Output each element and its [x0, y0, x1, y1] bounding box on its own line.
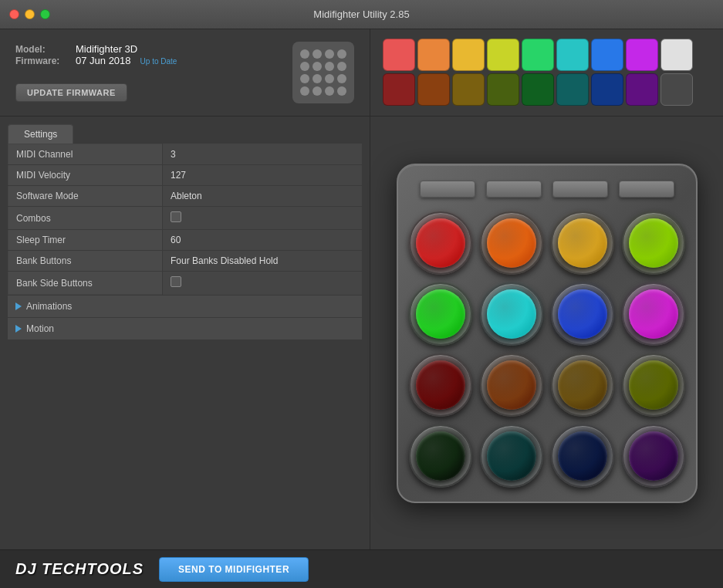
settings-value: Four Banks Disabled Hold: [163, 251, 362, 272]
thumb-dot: [300, 74, 309, 83]
palette-section: [370, 29, 723, 116]
orange-button-inner: [487, 218, 536, 268]
expandable-row-animations[interactable]: Animations: [8, 295, 362, 317]
palette-swatch-magenta[interactable]: [626, 39, 658, 71]
thumb-dot: [313, 62, 322, 71]
thumb-dot: [337, 62, 346, 71]
palette-swatch-yellow-green[interactable]: [487, 39, 519, 71]
firmware-date: 07 Jun 2018: [76, 55, 131, 66]
maximize-button[interactable]: [40, 9, 50, 19]
dark-teal-button[interactable]: [480, 424, 543, 488]
dark-brown-button[interactable]: [480, 353, 543, 417]
cyan-button[interactable]: [480, 282, 543, 346]
dark-gold-button-inner: [558, 360, 607, 410]
thumb-dot: [325, 86, 334, 96]
top-button-4[interactable]: [619, 181, 674, 198]
settings-label: Software Mode: [8, 186, 163, 207]
settings-value: 3: [163, 144, 362, 165]
palette-swatch-white[interactable]: [660, 39, 693, 71]
settings-table: MIDI Channel3MIDI Velocity127Software Mo…: [8, 144, 362, 295]
palette-swatch-dark-yellow-green[interactable]: [487, 73, 519, 106]
green-button[interactable]: [409, 282, 472, 346]
purple-button-inner: [629, 289, 678, 339]
send-to-midifighter-button[interactable]: SEND TO MIDIFIGHTER: [159, 557, 309, 582]
expandable-row-motion[interactable]: Motion: [8, 317, 362, 340]
close-button[interactable]: [9, 9, 19, 19]
palette-swatch-dark-blue[interactable]: [591, 73, 623, 106]
dark-green-button-inner: [416, 431, 465, 481]
footer: DJ TECHTOOLS SEND TO MIDIFIGHTER: [0, 549, 723, 588]
thumb-dot: [325, 62, 334, 71]
settings-value: [163, 207, 362, 230]
dark-gold-button[interactable]: [551, 353, 614, 417]
palette-swatch-dark-yellow[interactable]: [452, 73, 485, 106]
minimize-button[interactable]: [25, 9, 35, 19]
window-controls: [9, 9, 50, 19]
palette-swatch-orange-red[interactable]: [417, 39, 450, 71]
palette-swatch-dark-orange[interactable]: [417, 73, 450, 106]
gold-button-inner: [558, 218, 607, 268]
gold-button[interactable]: [551, 211, 614, 275]
expandable-label: Motion: [26, 323, 54, 334]
orange-button[interactable]: [480, 211, 543, 275]
dark-olive-button-inner: [629, 360, 678, 410]
palette-swatch-dark-grey[interactable]: [660, 73, 693, 106]
settings-panel: Settings MIDI Channel3MIDI Velocity127So…: [0, 117, 370, 549]
firmware-label: Firmware:: [15, 56, 69, 66]
top-button-1[interactable]: [420, 181, 475, 198]
palette-swatch-blue[interactable]: [591, 39, 623, 71]
purple-button[interactable]: [622, 282, 685, 346]
device-info-section: Model: Midifighter 3D Firmware: 07 Jun 2…: [0, 29, 370, 116]
thumb-dot: [325, 74, 334, 83]
thumb-dot: [313, 74, 322, 83]
blue-button-inner: [558, 289, 607, 339]
settings-row: Bank Side Buttons: [8, 272, 362, 295]
palette-swatch-red[interactable]: [383, 39, 415, 71]
settings-checkbox[interactable]: [171, 211, 181, 222]
dark-red-button[interactable]: [409, 353, 472, 417]
top-buttons-row: [414, 181, 681, 198]
red-button-inner: [416, 218, 465, 268]
dark-navy-button[interactable]: [551, 424, 614, 488]
settings-value: Ableton: [163, 186, 362, 207]
palette-swatch-orange[interactable]: [452, 39, 485, 71]
settings-label: Bank Buttons: [8, 251, 163, 272]
midifighter-device: [397, 164, 698, 503]
green-button-inner: [416, 289, 465, 339]
dark-purple-button[interactable]: [622, 424, 685, 488]
color-palette: [383, 39, 711, 106]
settings-label: Bank Side Buttons: [8, 272, 163, 295]
palette-swatch-cyan[interactable]: [556, 39, 589, 71]
thumb-dot: [300, 62, 309, 71]
expand-arrow-icon: [15, 325, 22, 333]
palette-swatch-dark-purple[interactable]: [626, 73, 658, 106]
palette-swatch-dark-cyan[interactable]: [556, 73, 589, 106]
button-grid: [409, 211, 685, 488]
device-visual: [370, 117, 723, 549]
settings-value: 60: [163, 230, 362, 251]
settings-value: [163, 272, 362, 295]
thumb-dot: [300, 49, 309, 59]
dark-olive-button[interactable]: [622, 353, 685, 417]
lime-button[interactable]: [622, 211, 685, 275]
settings-row: Sleep Timer60: [8, 230, 362, 251]
top-button-3[interactable]: [552, 181, 608, 198]
palette-swatch-green[interactable]: [522, 39, 554, 71]
dark-green-button[interactable]: [409, 424, 472, 488]
thumb-dot: [337, 74, 346, 83]
settings-tab[interactable]: Settings: [8, 124, 73, 144]
settings-label: Combos: [8, 207, 163, 230]
settings-checkbox[interactable]: [171, 276, 181, 287]
palette-swatch-dark-red[interactable]: [383, 73, 415, 106]
palette-swatch-dark-green[interactable]: [522, 73, 554, 106]
red-button[interactable]: [409, 211, 472, 275]
thumb-dot: [313, 49, 322, 59]
thumb-dot: [337, 86, 346, 96]
update-firmware-button[interactable]: UPDATE FIRMWARE: [15, 83, 127, 102]
model-value: Midifighter 3D: [76, 43, 137, 55]
device-thumbnail: [292, 42, 354, 103]
cyan-button-inner: [487, 289, 536, 339]
top-button-2[interactable]: [486, 181, 542, 198]
blue-button[interactable]: [551, 282, 614, 346]
dark-red-button-inner: [416, 360, 465, 410]
